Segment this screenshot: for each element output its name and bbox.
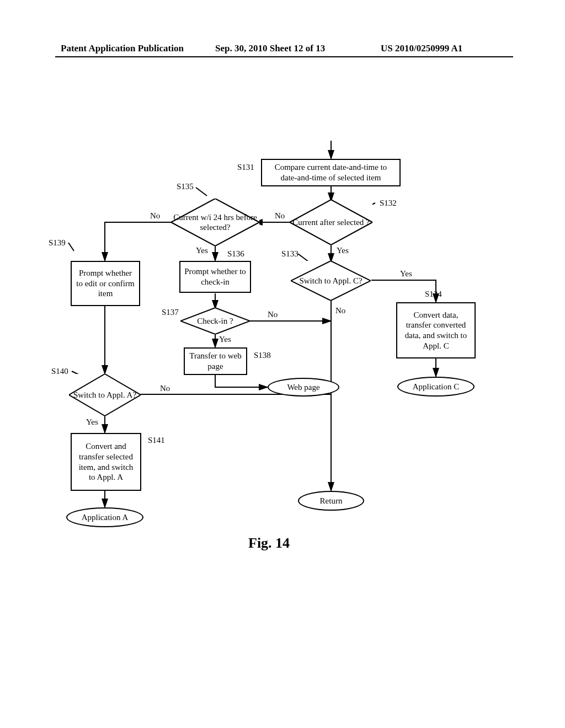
edge-s137-yes: Yes <box>219 335 231 344</box>
edge-s133-no: No <box>335 306 345 315</box>
step-s138-text: Transfer to web page <box>188 351 243 372</box>
edge-s132-yes: Yes <box>337 246 349 255</box>
edge-s140-no: No <box>160 384 170 393</box>
step-s141-process: Convert and transfer selected item, and … <box>71 433 141 491</box>
terminator-app-c-text: Application C <box>413 382 460 392</box>
step-s137-decision: Check-in ? <box>180 308 250 334</box>
step-s131-label: S131 <box>237 163 254 172</box>
terminator-return-text: Return <box>320 496 343 506</box>
step-s132-text: Current after selected ? <box>290 217 372 227</box>
svg-line-10 <box>68 243 74 251</box>
step-s133-decision: Switch to Appl. C? <box>291 261 371 301</box>
step-s140-label: S140 <box>51 367 68 376</box>
flowchart-edges <box>0 0 565 728</box>
step-s136-text: Prompt whether to check-in <box>184 266 247 287</box>
edge-s135-yes: Yes <box>196 246 208 255</box>
flowchart-canvas: Compare current date-and-time to date-an… <box>0 0 565 728</box>
step-s134-label: S134 <box>425 290 442 299</box>
step-s135-text: Current w/i 24 hrs before selected? <box>171 212 259 232</box>
edge-s133-yes: Yes <box>400 269 412 279</box>
step-s139-label: S139 <box>49 238 66 248</box>
figure-caption: Fig. 14 <box>248 535 290 552</box>
edge-s140-yes: Yes <box>86 417 98 427</box>
step-s135-decision: Current w/i 24 hrs before selected? <box>171 199 259 246</box>
step-s140-text: Switch to Appl. A? <box>69 390 141 400</box>
step-s138-process: Transfer to web page <box>184 347 247 375</box>
step-s132-label: S132 <box>380 199 397 208</box>
terminator-app-c: Application C <box>397 377 475 397</box>
step-s141-text: Convert and transfer selected item, and … <box>75 441 137 483</box>
step-s136-process: Prompt whether to check-in <box>179 261 251 293</box>
terminator-web-page-text: Web page <box>287 383 319 392</box>
edge-s135-no: No <box>150 211 160 221</box>
step-s139-text: Prompt whether to edit or confirm item <box>75 268 136 299</box>
terminator-app-a: Application A <box>66 507 143 527</box>
step-s131-process: Compare current date-and-time to date-an… <box>261 159 401 186</box>
terminator-web-page: Web page <box>268 378 339 397</box>
step-s132-decision: Current after selected ? <box>290 200 372 245</box>
step-s140-decision: Switch to Appl. A? <box>69 374 141 416</box>
step-s136-label: S136 <box>227 249 244 259</box>
terminator-app-a-text: Application A <box>82 513 129 522</box>
edge-s137-no: No <box>268 310 278 319</box>
step-s137-text: Check-in ? <box>180 316 250 326</box>
step-s139-process: Prompt whether to edit or confirm item <box>71 261 140 306</box>
step-s134-text: Convert data, transfer converted data, a… <box>401 310 471 351</box>
step-s135-label: S135 <box>177 182 194 191</box>
svg-line-13 <box>196 188 207 196</box>
step-s133-label: S133 <box>281 249 299 259</box>
step-s133-text: Switch to Appl. C? <box>291 276 371 286</box>
step-s138-label: S138 <box>254 351 271 360</box>
edge-s132-no: No <box>275 211 285 221</box>
step-s131-text: Compare current date-and-time to date-an… <box>265 162 396 183</box>
step-s141-label: S141 <box>148 436 165 445</box>
step-s137-label: S137 <box>162 308 179 317</box>
terminator-return: Return <box>298 491 364 511</box>
step-s134-process: Convert data, transfer converted data, a… <box>396 302 476 358</box>
